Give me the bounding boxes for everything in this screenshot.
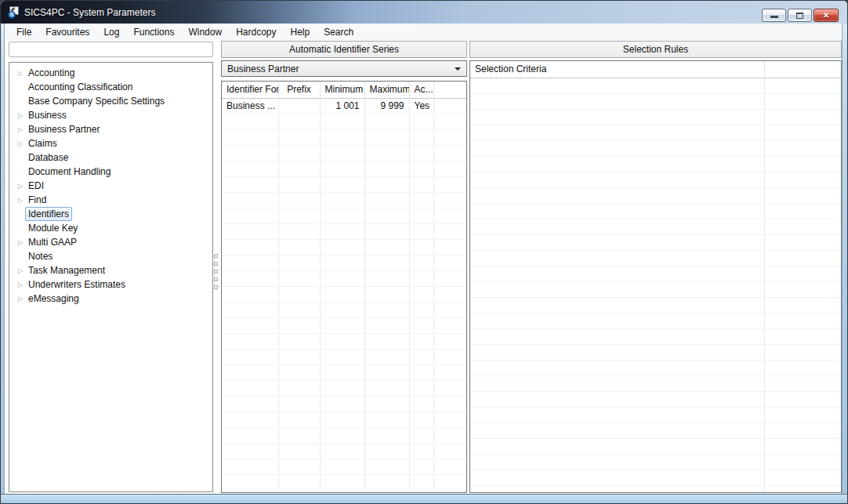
table-cell [409,239,433,255]
sidebar-item-document-handling[interactable]: Document Handling [9,165,212,179]
table-cell [409,114,433,129]
window-resize-border[interactable] [1,494,847,503]
table-cell [364,223,409,239]
sidebar-item-task-management[interactable]: ▷Task Management [9,263,212,277]
identifier-series-panel: Automatic Identifier Series Business Par… [221,41,467,493]
menu-item-search[interactable]: Search [317,25,361,39]
grip-dot [214,285,218,289]
sidebar-item-emessaging[interactable]: ▷eMessaging [9,292,212,306]
table-cell [222,396,278,412]
expand-arrow-icon[interactable]: ▷ [16,296,25,303]
column-header-minimum[interactable]: Minimum [320,82,364,98]
menu-item-file[interactable]: File [9,25,38,39]
column-header-prefix[interactable]: Prefix [278,82,320,98]
table-cell[interactable]: Yes [409,98,433,114]
sidebar-item-base-company-specific-settings[interactable]: Base Company Specific Settings [9,94,212,108]
sidebar-item-claims[interactable]: ▷Claims [9,136,212,150]
menu-item-hardcopy[interactable]: Hardcopy [229,25,283,39]
sidebar-item-accounting-classification[interactable]: Accounting Classification [9,80,212,94]
sidebar-item-underwriters-estimates[interactable]: ▷Underwriters Estimates [9,277,212,292]
expand-arrow-icon[interactable]: ▷ [16,183,25,190]
column-header-selection-criteria[interactable]: Selection Criteria [470,61,764,78]
table-cell [470,266,764,281]
table-cell [364,114,409,129]
table-cell [764,313,841,328]
panel-splitter[interactable] [213,40,220,494]
table-cell [470,93,764,109]
minimize-button[interactable] [762,9,786,22]
table-cell[interactable]: 9 999 [364,98,409,114]
identifier-type-dropdown[interactable]: Business Partner [221,60,467,77]
sidebar-item-multi-gaap[interactable]: ▷Multi GAAP [9,235,212,249]
table-cell [764,140,841,156]
sidebar-item-identifiers[interactable]: Identifiers [9,207,212,221]
table-cell [409,161,433,176]
expand-arrow-icon[interactable]: ▷ [16,70,25,77]
sidebar-item-module-key[interactable]: Module Key [9,221,212,235]
table-cell [764,281,841,297]
selection-rules-panel: Selection Rules Selection Criteria [469,41,842,493]
table-cell [320,380,364,396]
expand-arrow-icon[interactable]: ▷ [16,197,25,204]
empty-grid-row [222,176,466,192]
table-cell[interactable] [433,98,466,114]
sidebar-item-notes[interactable]: Notes [9,249,212,263]
close-button[interactable]: ✕ [814,9,839,22]
table-cell [278,145,320,161]
table-cell [470,140,764,156]
table-cell [320,333,364,349]
menu-item-window[interactable]: Window [181,25,229,39]
table-cell [278,349,320,364]
table-cell [278,364,320,380]
empty-grid-row [470,470,841,485]
column-header-identifier-for[interactable]: Identifier For [222,82,278,98]
menu-item-functions[interactable]: Functions [126,25,181,39]
table-cell[interactable] [278,98,320,114]
table-cell [278,223,320,239]
table-cell [364,270,409,286]
sidebar-item-business-partner[interactable]: ▷Business Partner [9,122,212,136]
table-row[interactable]: Business ...1 0019 999Yes [222,98,466,114]
table-cell [764,172,841,187]
sidebar-item-edi[interactable]: ▷EDI [9,179,212,193]
empty-grid-row [222,349,466,364]
table-cell [222,145,278,161]
expand-arrow-icon[interactable]: ▷ [16,126,25,133]
column-header-ac[interactable]: Ac... [409,82,433,98]
menu-item-log[interactable]: Log [96,25,126,39]
expand-arrow-icon[interactable]: ▷ [16,239,25,246]
table-cell [764,454,841,470]
tree-filter-input[interactable] [9,42,213,57]
column-header-blank [433,82,466,98]
expand-arrow-icon[interactable]: ▷ [16,140,25,147]
table-cell [222,364,278,380]
sidebar-item-find[interactable]: ▷Find [9,193,212,207]
table-cell [764,93,841,109]
expand-arrow-icon[interactable]: ▷ [16,281,25,288]
tree-item-label: Accounting Classification [25,80,136,94]
empty-grid-row [222,161,466,176]
table-cell [364,129,409,145]
table-cell [409,412,433,427]
table-cell [433,208,466,223]
expand-arrow-icon[interactable]: ▷ [16,267,25,274]
column-header-maximum[interactable]: Maximum [364,82,409,98]
table-cell [364,239,409,255]
table-cell [470,281,764,297]
table-cell [320,255,364,270]
table-cell [433,474,466,490]
menu-item-favourites[interactable]: Favourites [38,25,96,39]
sidebar-item-business[interactable]: ▷Business [9,108,212,122]
table-cell[interactable]: Business ... [222,98,278,114]
table-cell [409,459,433,474]
tree-item-label: Accounting [25,66,78,80]
maximize-button[interactable] [788,9,812,22]
expand-arrow-icon[interactable]: ▷ [16,112,25,119]
menu-item-help[interactable]: Help [283,25,317,39]
table-cell[interactable]: 1 001 [320,98,364,114]
sidebar-item-database[interactable]: Database [9,150,212,165]
tree-item-label: Database [25,150,71,165]
sidebar-item-accounting[interactable]: ▷Accounting [9,66,212,80]
empty-grid-row [470,360,841,375]
title-bar[interactable]: S SICS4PC - System Parameters ✕ [1,1,847,24]
